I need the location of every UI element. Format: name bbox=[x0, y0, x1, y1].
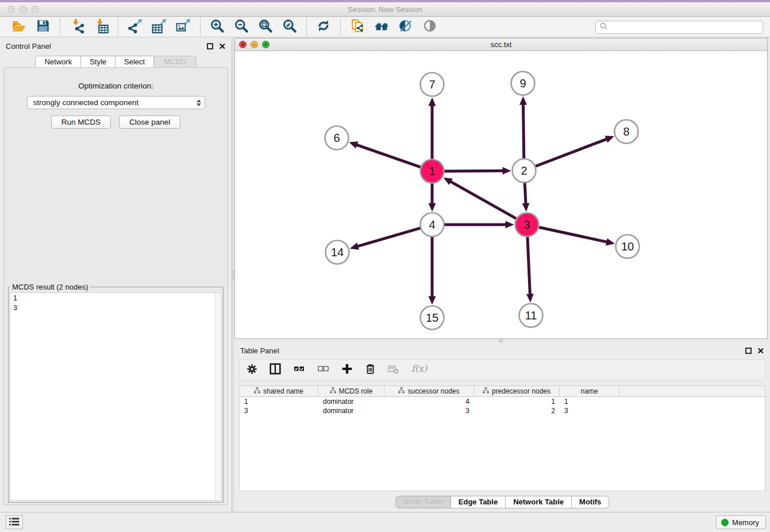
graph-edge-1-2[interactable] bbox=[442, 167, 511, 175]
cell-mcds-role[interactable]: dominator bbox=[318, 397, 384, 406]
network-minimize-button[interactable]: − bbox=[251, 41, 258, 48]
tab-network[interactable]: Network bbox=[35, 56, 81, 68]
tab-style[interactable]: Style bbox=[80, 56, 116, 68]
cell-successor-nodes[interactable]: 3 bbox=[384, 406, 474, 415]
column-header-shared-name[interactable]: shared name bbox=[240, 386, 318, 396]
column-header-name[interactable]: name bbox=[560, 386, 619, 396]
graph-node-15[interactable]: 15 bbox=[421, 306, 444, 330]
minimize-window-button[interactable] bbox=[20, 6, 27, 13]
table-panel: Table Panel ✕ f(x) shared nameMCDS roles… bbox=[234, 342, 770, 511]
graph-node-8[interactable]: 8 bbox=[615, 120, 638, 144]
home-button[interactable] bbox=[372, 18, 391, 36]
criterion-select[interactable]: strongly connected component bbox=[27, 96, 205, 109]
task-history-button[interactable] bbox=[6, 515, 23, 529]
open-file-button[interactable] bbox=[10, 18, 28, 36]
add-row-icon bbox=[341, 363, 353, 377]
result-scrollbar[interactable] bbox=[215, 293, 221, 500]
export-image-button[interactable] bbox=[174, 18, 192, 36]
delete-table-button bbox=[388, 364, 399, 376]
cell-name[interactable]: 3 bbox=[560, 406, 619, 415]
graph-node-11[interactable]: 11 bbox=[519, 304, 543, 327]
graph-edge-2-8[interactable] bbox=[533, 136, 614, 167]
graph-edge-4-3[interactable] bbox=[442, 221, 514, 229]
export-table-button[interactable] bbox=[150, 18, 168, 36]
import-network-button[interactable] bbox=[68, 18, 86, 36]
gear-button[interactable] bbox=[247, 364, 257, 377]
run-mcds-button[interactable]: Run MCDS bbox=[51, 115, 111, 129]
graph-edge-1-4[interactable] bbox=[429, 182, 436, 212]
delete-row-button[interactable] bbox=[365, 363, 376, 377]
search-input[interactable] bbox=[610, 23, 759, 32]
graph-edge-3-11[interactable] bbox=[526, 234, 534, 302]
graph-node-14[interactable]: 14 bbox=[326, 241, 349, 264]
close-table-panel-icon[interactable]: ✕ bbox=[757, 348, 764, 354]
graph-node-3[interactable]: 3 bbox=[515, 213, 539, 237]
graph-edge-4-15[interactable] bbox=[429, 235, 436, 305]
graph-node-4[interactable]: 4 bbox=[421, 213, 444, 237]
graph-node-2[interactable]: 2 bbox=[513, 159, 536, 183]
graph-node-9[interactable]: 9 bbox=[511, 72, 535, 95]
cell-mcds-role[interactable]: dominator bbox=[318, 406, 384, 415]
graph-edge-3-10[interactable] bbox=[537, 227, 615, 246]
graph-node-7[interactable]: 7 bbox=[421, 73, 444, 97]
column-header-predecessor-nodes[interactable]: predecessor nodes bbox=[474, 386, 560, 396]
network-close-button[interactable]: ✕ bbox=[239, 41, 247, 48]
column-header-mcds-role[interactable]: MCDS role bbox=[318, 386, 384, 396]
tab-motifs[interactable]: Motifs bbox=[571, 496, 609, 508]
graph-edge-2-3[interactable] bbox=[522, 180, 530, 211]
tree-icon bbox=[483, 387, 489, 395]
tab-mcds[interactable]: MCDS bbox=[153, 56, 196, 68]
graph-edge-3-1[interactable] bbox=[444, 178, 518, 219]
zoom-out-button[interactable] bbox=[232, 18, 251, 36]
tab-edge-table[interactable]: Edge Table bbox=[451, 496, 506, 508]
node-table: shared nameMCDS rolesuccessor nodesprede… bbox=[239, 385, 765, 491]
tab-network-table[interactable]: Network Table bbox=[505, 496, 572, 508]
cell-name[interactable]: 1 bbox=[560, 397, 619, 406]
close-window-button[interactable] bbox=[7, 6, 15, 13]
criterion-select-value: strongly connected component bbox=[33, 98, 139, 107]
graph-node-6[interactable]: 6 bbox=[325, 126, 349, 150]
save-session-button[interactable] bbox=[34, 18, 52, 36]
refresh-button[interactable] bbox=[314, 18, 333, 36]
import-table-icon bbox=[94, 18, 109, 36]
export-network-button[interactable] bbox=[126, 18, 144, 36]
table-row[interactable]: 1dominator411 bbox=[240, 397, 765, 406]
graph-edge-1-7[interactable] bbox=[429, 98, 436, 161]
select-all-button[interactable] bbox=[293, 364, 305, 376]
duplicate-network-button[interactable] bbox=[348, 18, 367, 36]
graph-node-10[interactable]: 10 bbox=[616, 235, 640, 259]
hide-panels-button[interactable] bbox=[396, 18, 415, 36]
network-canvas[interactable]: 7968124314101511 bbox=[235, 51, 767, 338]
network-maximize-button[interactable]: + bbox=[262, 41, 270, 48]
search-box[interactable] bbox=[595, 21, 763, 34]
eye-button[interactable] bbox=[421, 18, 439, 36]
tab-node-table[interactable]: Node Table bbox=[395, 496, 451, 508]
close-panel-button[interactable]: Close panel bbox=[119, 115, 180, 129]
maximize-window-button[interactable] bbox=[32, 6, 39, 13]
cell-predecessor-nodes[interactable]: 2 bbox=[474, 406, 560, 415]
table-row[interactable]: 3dominator323 bbox=[240, 406, 765, 415]
deselect-all-button[interactable] bbox=[317, 364, 329, 376]
graph-edge-2-9[interactable] bbox=[519, 96, 527, 160]
zoom-selected-button[interactable] bbox=[280, 18, 299, 36]
cell-shared-name[interactable]: 1 bbox=[240, 397, 318, 406]
graph-node-1[interactable]: 1 bbox=[421, 160, 444, 183]
column-header-successor-nodes[interactable]: successor nodes bbox=[384, 386, 474, 396]
zoom-fit-button[interactable] bbox=[256, 18, 275, 36]
cell-shared-name[interactable]: 3 bbox=[240, 406, 318, 415]
graph-edge-1-6[interactable] bbox=[349, 141, 422, 168]
memory-button[interactable]: Memory bbox=[716, 515, 766, 529]
graph-edge-4-14[interactable] bbox=[350, 228, 423, 250]
search-icon bbox=[600, 22, 607, 32]
zoom-in-button[interactable] bbox=[208, 18, 226, 36]
float-table-panel-icon[interactable] bbox=[745, 348, 752, 354]
cell-predecessor-nodes[interactable]: 1 bbox=[474, 397, 560, 406]
cell-successor-nodes[interactable]: 4 bbox=[384, 397, 474, 406]
close-panel-icon[interactable]: ✕ bbox=[218, 43, 226, 49]
add-row-button[interactable] bbox=[341, 363, 353, 377]
tab-select[interactable]: Select bbox=[115, 56, 154, 68]
float-panel-icon[interactable] bbox=[207, 43, 213, 49]
zoom-selected-icon bbox=[282, 18, 297, 36]
import-table-button[interactable] bbox=[92, 18, 110, 36]
columns-button[interactable] bbox=[270, 363, 281, 377]
